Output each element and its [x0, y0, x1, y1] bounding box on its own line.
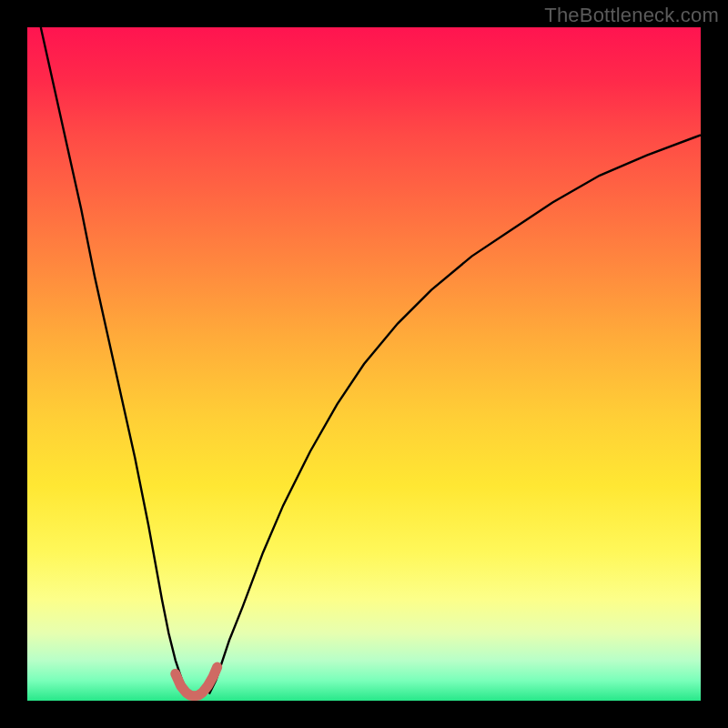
chart-frame: TheBottleneck.com: [0, 0, 728, 728]
curve-left-branch: [41, 27, 189, 694]
curve-layer: [27, 27, 701, 701]
curve-right-branch: [209, 135, 701, 693]
watermark-text: TheBottleneck.com: [544, 4, 719, 27]
plot-area: [27, 27, 701, 701]
